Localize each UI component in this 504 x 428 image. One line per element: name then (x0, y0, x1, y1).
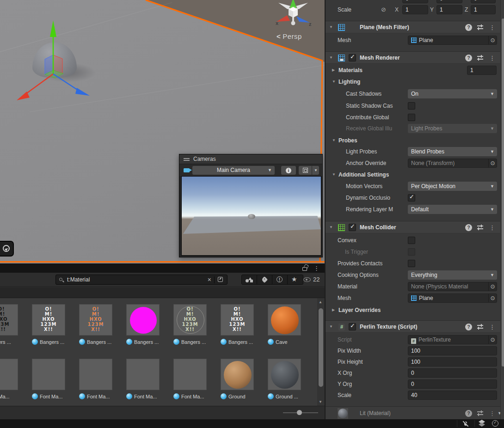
asset-thumbnail[interactable] (221, 304, 254, 336)
presets-icon[interactable] (477, 324, 483, 330)
help-icon[interactable]: ? (465, 410, 472, 417)
asset-item[interactable]: Font Ma... (32, 359, 66, 399)
dynamic-occlusion-checkbox[interactable] (408, 194, 415, 202)
asset-item[interactable]: ngers ... (0, 304, 19, 345)
help-icon[interactable]: ? (465, 24, 472, 31)
presets-icon[interactable] (477, 55, 483, 61)
perlin-scale-field[interactable]: 40 (408, 391, 497, 400)
open-search-window-button[interactable] (214, 276, 225, 283)
favorites-button[interactable]: ★ (288, 275, 303, 284)
asset-thumbnail[interactable] (32, 304, 65, 336)
perlin-texture-header[interactable]: ▼ Perlin Texture (Script) ? ⋮ (326, 320, 504, 333)
asset-thumbnail[interactable] (0, 359, 18, 390)
cache-layers-icon[interactable] (479, 420, 485, 427)
scroll-up-icon[interactable]: ▲ (319, 300, 322, 304)
script-field[interactable]: PerlinTexture⊙ (408, 335, 497, 344)
rotation-x-field[interactable]: 0 (402, 0, 428, 3)
mesh-collider-enabled-checkbox[interactable] (349, 224, 356, 231)
foldout-icon[interactable]: ▶ (332, 306, 335, 315)
asset-item[interactable]: Cave (268, 304, 302, 345)
help-icon[interactable]: ? (465, 55, 472, 61)
asset-item[interactable]: Bangers ... (173, 304, 208, 345)
asset-thumbnail[interactable] (32, 359, 65, 390)
asset-thumbnail[interactable] (268, 359, 301, 390)
pix-width-field[interactable]: 100 (408, 346, 497, 355)
anchor-override-field[interactable]: None (Transform)⊙ (408, 159, 497, 168)
y-org-field[interactable]: 0 (408, 379, 497, 389)
mesh-renderer-header[interactable]: ▼ Mesh Renderer ? ⋮ (326, 51, 504, 64)
foldout-icon[interactable]: ▼ (332, 136, 336, 145)
foldout-icon[interactable]: ▼ (332, 77, 336, 86)
gizmo-z-label[interactable]: z (309, 21, 312, 27)
cooking-options-dropdown[interactable]: Everything▼ (408, 270, 497, 280)
object-picker-icon[interactable]: ⊙ (488, 282, 497, 291)
presets-icon[interactable] (477, 225, 483, 231)
scrollbar-thumb[interactable] (319, 308, 323, 387)
mesh-filter-header[interactable]: ▼ Plane (Mesh Filter) ? ⋮ (326, 21, 504, 33)
asset-grid-scrollbar[interactable]: ▲ ▼ (317, 298, 325, 406)
asset-thumbnail[interactable] (79, 359, 112, 390)
materials-row[interactable]: ▶ Materials 1 (326, 66, 504, 76)
asset-item[interactable]: Bangers ... (79, 304, 113, 345)
mesh-renderer-enabled-checkbox[interactable] (349, 54, 356, 61)
foldout-icon[interactable]: ▼ (329, 23, 333, 32)
asset-thumbnail[interactable] (221, 359, 254, 390)
asset-thumbnail[interactable] (79, 304, 112, 336)
more-options-icon[interactable]: ⋮ (489, 324, 495, 330)
asset-thumbnail[interactable] (173, 304, 207, 336)
material-header[interactable]: Lit (Material) ? ⋮ ▼ (326, 406, 504, 419)
scale-y-field[interactable]: 1 (436, 5, 462, 14)
pix-height-field[interactable]: 100 (408, 357, 497, 367)
asset-item[interactable]: Font Ma... (126, 359, 160, 399)
projection-mode-label[interactable]: Persp (277, 32, 302, 40)
asset-item[interactable]: nt Ma... (0, 359, 19, 399)
mesh-object-field[interactable]: Plane ⊙ (408, 36, 497, 45)
asset-grid[interactable]: ngers ...Bangers ...Bangers ...Bangers .… (0, 298, 317, 406)
more-options-icon[interactable]: ⋮ (489, 224, 495, 231)
slider-handle[interactable] (297, 410, 302, 415)
static-shadow-caster-checkbox[interactable] (408, 102, 415, 110)
hidden-packages-button[interactable]: ! (272, 275, 288, 284)
object-picker-icon[interactable]: ⊙ (488, 159, 497, 167)
scale-z-field[interactable]: 1 (471, 5, 496, 14)
probes-foldout[interactable]: ▼ Probes (326, 136, 504, 146)
camera-select-dropdown[interactable]: Main Camera ▼ (192, 166, 275, 175)
scene-overlay-badge[interactable] (0, 241, 14, 257)
cameras-panel-titlebar[interactable]: Cameras (179, 154, 322, 164)
gizmo-x-label[interactable]: x (276, 20, 278, 26)
asset-item[interactable]: Bangers ... (221, 304, 255, 345)
inspector-scrollbar[interactable] (500, 0, 504, 419)
asset-item[interactable]: Bangers ... (32, 304, 66, 345)
materials-count-field[interactable]: 1 (467, 66, 497, 75)
move-gizmo[interactable] (0, 0, 106, 111)
provides-contacts-checkbox[interactable] (408, 260, 415, 267)
motion-vectors-dropdown[interactable]: Per Object Motion▼ (408, 182, 497, 191)
convex-checkbox[interactable] (408, 237, 415, 244)
object-picker-icon[interactable]: ⊙ (488, 294, 497, 302)
link-scale-icon[interactable]: ⊘ (381, 5, 386, 14)
additional-settings-foldout[interactable]: ▼ Additional Settings (326, 170, 504, 180)
asset-thumbnail[interactable] (126, 359, 160, 390)
menu-icon[interactable]: ⋮ (313, 265, 320, 271)
layer-overrides-foldout[interactable]: ▶ Layer Overrides (326, 306, 504, 316)
camera-info-button[interactable] (281, 166, 296, 175)
asset-item[interactable]: Ground ... (268, 359, 302, 399)
asset-thumbnail[interactable] (126, 304, 160, 336)
scroll-down-icon[interactable]: ▼ (319, 400, 322, 404)
presets-icon[interactable] (477, 410, 483, 416)
camera-maximize-button[interactable] (299, 166, 312, 175)
rotation-y-field[interactable]: 0 (436, 0, 462, 3)
foldout-icon[interactable]: ▼ (329, 53, 333, 62)
scrollbar-thumb[interactable] (502, 18, 504, 367)
asset-item[interactable]: Ground (221, 359, 255, 399)
more-options-icon[interactable]: ⋮ (489, 24, 495, 31)
scene-view[interactable]: x z Persp Cameras Main Camera ▼ (0, 0, 325, 263)
mesh-collider-header[interactable]: ▼ Mesh Collider ? ⋮ (326, 221, 504, 233)
foldout-icon[interactable]: ▶ (332, 66, 335, 75)
lock-icon[interactable] (302, 267, 307, 271)
x-org-field[interactable]: 0 (408, 368, 497, 378)
drag-handle-icon[interactable] (184, 158, 190, 161)
perlin-enabled-checkbox[interactable] (349, 323, 356, 330)
light-probes-dropdown[interactable]: Blend Probes▼ (408, 147, 497, 156)
foldout-icon[interactable]: ▼ (332, 170, 336, 179)
